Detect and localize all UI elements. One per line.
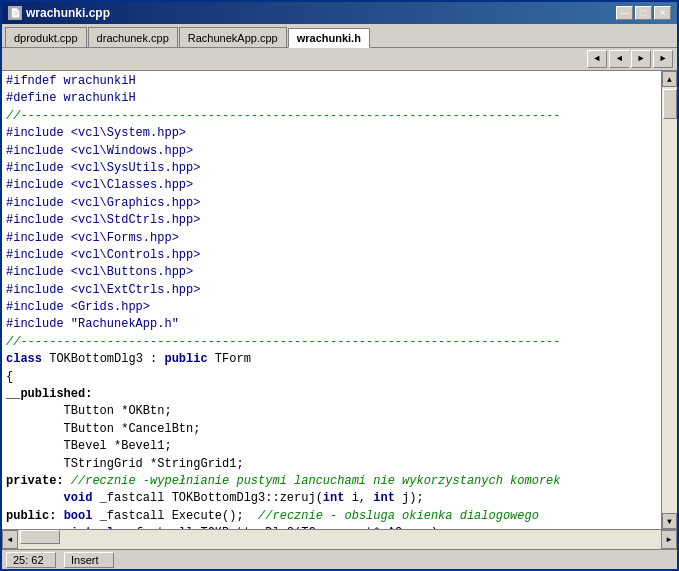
code-editor[interactable]: #ifndef wrachunkiH #define wrachunkiH //… bbox=[2, 71, 661, 529]
tab-rachunekapp[interactable]: RachunekApp.cpp bbox=[179, 27, 287, 47]
status-bar: 25: 62 Insert bbox=[2, 549, 677, 569]
tab-dprodukt[interactable]: dprodukt.cpp bbox=[5, 27, 87, 47]
scroll-up-button[interactable]: ▲ bbox=[662, 71, 677, 87]
cursor-position: 25: 62 bbox=[6, 552, 56, 568]
nav-prev-button[interactable]: ◄ bbox=[609, 50, 629, 68]
nav-fwd-button[interactable]: ► bbox=[653, 50, 673, 68]
bottom-bar: ◄ ► bbox=[2, 529, 677, 549]
main-window: 📄 wrachunki.cpp — □ ✕ dprodukt.cpp drach… bbox=[0, 0, 679, 571]
horizontal-scrollbar: ◄ ► bbox=[2, 530, 677, 549]
title-buttons: — □ ✕ bbox=[616, 6, 671, 20]
nav-next-button[interactable]: ► bbox=[631, 50, 651, 68]
scroll-thumb-v[interactable] bbox=[663, 89, 677, 119]
tab-wrachunkih[interactable]: wrachunki.h bbox=[288, 28, 370, 48]
scroll-left-button[interactable]: ◄ bbox=[2, 530, 18, 549]
nav-back-button[interactable]: ◄ bbox=[587, 50, 607, 68]
title-bar-left: 📄 wrachunki.cpp bbox=[8, 6, 110, 20]
tab-drachunek[interactable]: drachunek.cpp bbox=[88, 27, 178, 47]
editor-mode: Insert bbox=[64, 552, 114, 568]
tabs-bar: dprodukt.cpp drachunek.cpp RachunekApp.c… bbox=[2, 24, 677, 48]
scroll-track-h[interactable] bbox=[18, 530, 661, 549]
app-icon: 📄 bbox=[8, 6, 22, 20]
minimize-button[interactable]: — bbox=[616, 6, 633, 20]
editor-area: #ifndef wrachunkiH #define wrachunkiH //… bbox=[2, 71, 677, 529]
window-title: wrachunki.cpp bbox=[26, 6, 110, 20]
toolbar-bar: ◄ ◄ ► ► bbox=[2, 48, 677, 71]
title-bar: 📄 wrachunki.cpp — □ ✕ bbox=[2, 2, 677, 24]
scroll-track-v[interactable] bbox=[662, 87, 677, 513]
maximize-button[interactable]: □ bbox=[635, 6, 652, 20]
scroll-right-button[interactable]: ► bbox=[661, 530, 677, 549]
scroll-thumb-h[interactable] bbox=[20, 530, 60, 544]
vertical-scrollbar: ▲ ▼ bbox=[661, 71, 677, 529]
close-button[interactable]: ✕ bbox=[654, 6, 671, 20]
scroll-down-button[interactable]: ▼ bbox=[662, 513, 677, 529]
